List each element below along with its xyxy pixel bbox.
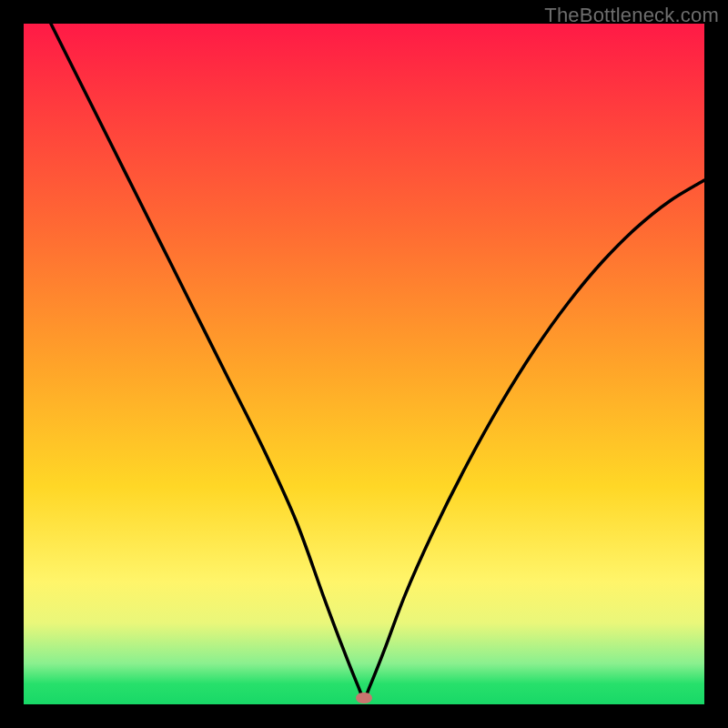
- plot-area: [24, 24, 704, 704]
- watermark-text: TheBottleneck.com: [544, 4, 719, 27]
- chart-frame: TheBottleneck.com: [0, 0, 728, 728]
- bottleneck-curve: [24, 24, 704, 704]
- optimal-point-marker: [356, 693, 372, 703]
